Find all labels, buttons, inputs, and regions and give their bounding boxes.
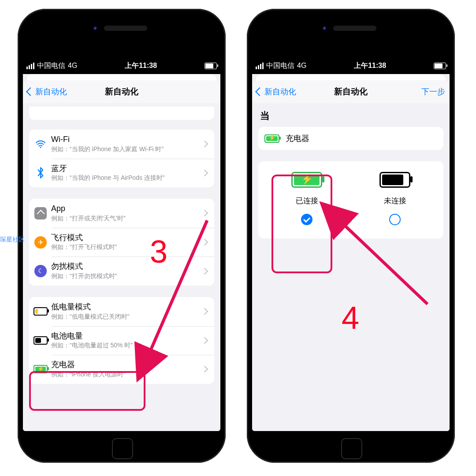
status-bar: 中国电信 4G 上午11:38 (252, 57, 450, 74)
chevron-right-icon (201, 366, 208, 373)
dnd-icon: ☾ (33, 265, 48, 277)
network-label: 4G (297, 62, 306, 70)
group-stub (29, 107, 214, 120)
phone-mockup-left: 中国电信 4G 上午11:38 新自动化 新自动化 (18, 9, 226, 463)
trigger-summary-label: 充电器 (286, 133, 309, 144)
trigger-low-title: 低电量模式 (51, 302, 202, 312)
trigger-level-title: 电池电量 (51, 331, 202, 341)
battery-level-icon (33, 336, 48, 345)
trigger-group-connectivity: Wi-Fi 例如：“当我的 iPhone 加入家庭 Wi-Fi 时” 蓝牙 例如… (29, 130, 214, 187)
trigger-wifi[interactable]: Wi-Fi 例如：“当我的 iPhone 加入家庭 Wi-Fi 时” (29, 130, 214, 159)
charger-icon: ⚡ (33, 365, 48, 373)
low-power-icon (33, 307, 48, 316)
signal-icon (26, 63, 34, 69)
battery-status-icon (205, 63, 217, 69)
status-time: 上午11:38 (125, 61, 157, 71)
battery-status-icon (434, 63, 446, 69)
trigger-low-sub: 例如：“低电量模式已关闭时” (51, 313, 202, 321)
trigger-bt-title: 蓝牙 (51, 164, 202, 174)
trigger-chg-title: 充电器 (51, 360, 202, 370)
speaker-icon (333, 26, 376, 31)
modal-sheet: 新自动化 新自动化 Wi-Fi 例如：“当我的 iPhone 加入家庭 Wi-F… (23, 80, 220, 431)
carrier-label: 中国电信 (266, 61, 294, 71)
trigger-low-power[interactable]: 低电量模式 例如：“低电量模式已关闭时” (29, 297, 214, 326)
trigger-app[interactable]: App 例如：“打开或关闭'天气'时” (29, 199, 214, 228)
trigger-plane-sub: 例如：“打开飞行模式时” (51, 243, 202, 251)
battery-icon (379, 172, 410, 188)
trigger-plane-title: 飞行模式 (51, 233, 202, 243)
nav-back-button[interactable]: 新自动化 (257, 86, 296, 97)
trigger-wifi-sub: 例如：“当我的 iPhone 加入家庭 Wi-Fi 时” (51, 145, 202, 153)
when-label: 当 (260, 109, 442, 123)
chevron-left-icon (255, 87, 264, 96)
trigger-chg-sub: 例如：“iPhone 接入电源时” (51, 371, 202, 379)
chevron-right-icon (201, 268, 208, 275)
front-camera-icon (323, 26, 326, 30)
home-button-icon (341, 438, 362, 459)
option-disconnected-label: 未连接 (384, 196, 406, 206)
charger-config: 当 ⚡ 充电器 ⚡ 已连接 未连接 (252, 103, 450, 431)
svg-point-0 (40, 147, 41, 148)
trigger-airplane[interactable]: ✈ 飞行模式 例如：“打开飞行模式时” (29, 228, 214, 257)
option-connected[interactable]: ⚡ 已连接 (267, 172, 346, 225)
home-button-icon (112, 438, 133, 459)
phone-bezel-top (247, 9, 455, 57)
trigger-group-battery: 低电量模式 例如：“低电量模式已关闭时” 电池电量 例如：“电池电量超过 50%… (29, 297, 214, 384)
status-time: 上午11:38 (354, 61, 386, 71)
chevron-right-icon (201, 308, 208, 315)
chevron-right-icon (201, 239, 208, 246)
nav-back-button[interactable]: 新自动化 (27, 86, 67, 97)
nav-back-label: 新自动化 (264, 86, 296, 97)
trigger-list[interactable]: Wi-Fi 例如：“当我的 iPhone 加入家庭 Wi-Fi 时” 蓝牙 例如… (23, 103, 220, 431)
trigger-charger[interactable]: ⚡ 充电器 例如：“iPhone 接入电源时” (29, 355, 214, 384)
watermark-text: 琛星社区 (0, 236, 25, 244)
trigger-dnd[interactable]: ☾ 勿扰模式 例如：“打开勿扰模式时” (29, 257, 214, 286)
network-label: 4G (68, 62, 77, 70)
carrier-label: 中国电信 (37, 61, 65, 71)
airplane-icon: ✈ (33, 236, 48, 249)
trigger-bluetooth[interactable]: 蓝牙 例如：“当我的 iPhone 与 AirPods 连接时” (29, 159, 214, 188)
screen-right: 新自动化 新自动化 下一步 当 ⚡ 充电器 ⚡ 已连接 (252, 74, 450, 431)
charger-icon: ⚡ (264, 134, 279, 143)
trigger-level-sub: 例如：“电池电量超过 50% 时” (51, 342, 202, 350)
modal-sheet: 新自动化 新自动化 下一步 当 ⚡ 充电器 ⚡ 已连接 (252, 80, 450, 431)
app-icon (33, 207, 48, 219)
option-connected-label: 已连接 (296, 196, 318, 206)
trigger-bt-sub: 例如：“当我的 iPhone 与 AirPods 连接时” (51, 174, 202, 182)
nav-bar: 新自动化 新自动化 (23, 80, 220, 103)
speaker-icon (104, 26, 147, 31)
charger-options: ⚡ 已连接 未连接 (258, 161, 443, 238)
chevron-right-icon (201, 210, 208, 217)
option-disconnected[interactable]: 未连接 (355, 172, 435, 225)
signal-icon (256, 63, 264, 69)
wifi-icon (33, 138, 48, 150)
nav-next-button[interactable]: 下一步 (421, 86, 445, 97)
trigger-app-title: App (51, 204, 202, 214)
trigger-wifi-title: Wi-Fi (51, 135, 202, 145)
trigger-summary-card[interactable]: ⚡ 充电器 (258, 127, 443, 150)
trigger-app-sub: 例如：“打开或关闭'天气'时” (51, 215, 202, 223)
radio-checked-icon[interactable] (301, 214, 312, 225)
phone-bezel-bottom (18, 431, 226, 463)
phone-mockup-right: 中国电信 4G 上午11:38 新自动化 新自动化 下一步 当 ⚡ 充电器 (247, 9, 455, 463)
battery-charging-icon: ⚡ (291, 172, 322, 188)
radio-unchecked-icon[interactable] (389, 214, 401, 225)
chevron-right-icon (201, 141, 208, 148)
screen-left: 新自动化 新自动化 Wi-Fi 例如：“当我的 iPhone 加入家庭 Wi-F… (23, 74, 220, 431)
phone-bezel-top (18, 9, 226, 57)
trigger-dnd-sub: 例如：“打开勿扰模式时” (51, 272, 202, 280)
annotation-step-4: 4 (342, 300, 359, 336)
annotation-step-3: 3 (150, 234, 167, 270)
chevron-right-icon (201, 170, 208, 177)
phone-bezel-bottom (247, 431, 455, 463)
front-camera-icon (93, 26, 97, 30)
chevron-right-icon (201, 337, 208, 344)
nav-bar: 新自动化 新自动化 下一步 (252, 80, 450, 103)
trigger-group-modes: App 例如：“打开或关闭'天气'时” ✈ 飞行模式 例如：“打开飞行模式时” (29, 199, 214, 286)
trigger-battery-level[interactable]: 电池电量 例如：“电池电量超过 50% 时” (29, 326, 214, 355)
chevron-left-icon (26, 87, 35, 96)
status-bar: 中国电信 4G 上午11:38 (23, 57, 220, 74)
bluetooth-icon (33, 167, 48, 178)
trigger-dnd-title: 勿扰模式 (51, 262, 202, 271)
nav-back-label: 新自动化 (35, 86, 67, 97)
